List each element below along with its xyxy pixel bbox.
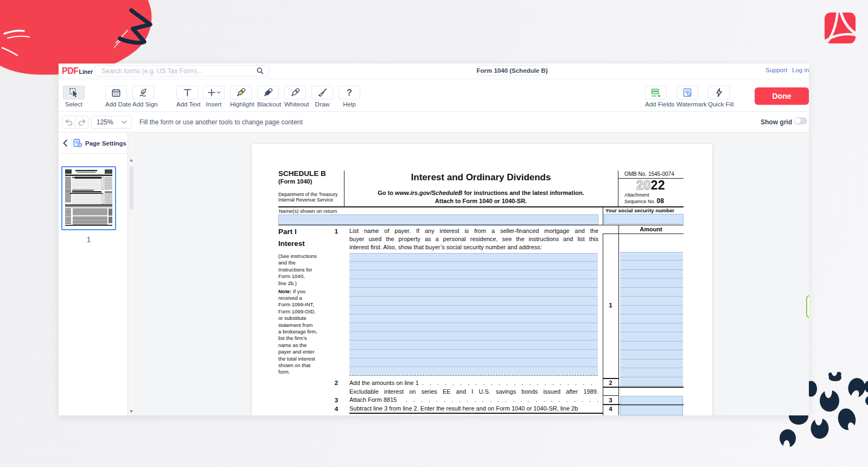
quick-fill-button[interactable]: Quick Fill: [708, 86, 730, 108]
payer-row-field[interactable]: [349, 367, 598, 376]
blackout-button[interactable]: Blackout: [257, 86, 279, 108]
amount-row-field[interactable]: [620, 350, 683, 359]
chevron-left-icon: [63, 140, 67, 147]
form-line2-text: Add the amounts on line 1. . . . . . . .…: [349, 380, 598, 386]
line4-amount-field[interactable]: [620, 405, 683, 415]
form-schedule-title: SCHEDULE B: [278, 169, 326, 178]
search-form: [95, 65, 269, 77]
select-tool-button[interactable]: Select: [63, 86, 85, 108]
payer-row-field[interactable]: [349, 296, 598, 305]
line3-amount-field[interactable]: [620, 396, 683, 405]
help-button[interactable]: ? Help: [339, 86, 360, 108]
payer-row-field[interactable]: [349, 306, 598, 314]
payer-name-fields[interactable]: [349, 253, 598, 376]
collapse-sidebar-button[interactable]: [59, 132, 72, 154]
amount-row-field[interactable]: [620, 252, 683, 261]
login-link[interactable]: Log in: [792, 67, 809, 73]
form-dept-text: Department of the Treasury: [278, 192, 338, 197]
support-link[interactable]: Support: [765, 67, 787, 73]
toolbar: Select Add Date: [59, 79, 809, 112]
payer-row-field[interactable]: [349, 314, 598, 323]
app-header: PDF Liner Form 1040 (Schedule B) Support…: [59, 64, 809, 79]
amount-row-field[interactable]: [620, 324, 683, 333]
add-date-button[interactable]: Add Date: [105, 86, 127, 108]
payer-row-field[interactable]: [349, 358, 598, 367]
payer-row-field[interactable]: [349, 340, 598, 349]
amount-row-field[interactable]: [620, 270, 683, 279]
add-fields-button[interactable]: Add Fields: [645, 86, 667, 108]
form-sequence-text: Sequence No. 08: [624, 197, 664, 205]
side-widget-cut[interactable]: [806, 295, 809, 318]
page-settings-icon: [73, 138, 82, 148]
scrollbar-thumb[interactable]: [130, 166, 133, 210]
logo-liner-text: Liner: [79, 68, 93, 75]
search-icon[interactable]: [257, 67, 264, 74]
amount-row-field[interactable]: [620, 377, 683, 387]
undo-icon: [65, 119, 73, 125]
amount-row-field[interactable]: [620, 279, 683, 288]
sidebar-scrollbar[interactable]: [127, 132, 135, 415]
document-title-chip[interactable]: Form 1040 (Schedule B): [477, 65, 547, 76]
watermark-button[interactable]: Watermark: [676, 86, 698, 108]
amount-row-field[interactable]: [620, 261, 683, 270]
payer-row-field[interactable]: [349, 288, 598, 296]
scroll-up-icon[interactable]: [129, 158, 133, 162]
watermark-label: Watermark: [676, 101, 698, 108]
page-thumbnail[interactable]: [61, 166, 116, 230]
draw-label: Draw: [311, 101, 333, 108]
editor-content: Page Settings 1: [59, 132, 809, 415]
search-input[interactable]: [95, 67, 257, 75]
form-line2-number: 2: [330, 380, 342, 386]
payer-row-field[interactable]: [349, 332, 598, 340]
done-button[interactable]: Done: [755, 87, 809, 105]
page-settings-row: Page Settings: [59, 132, 127, 154]
zoom-level-select[interactable]: 125%: [91, 116, 132, 129]
form-rule: [603, 378, 619, 379]
add-fields-label: Add Fields: [645, 101, 667, 108]
show-grid-toggle[interactable]: [794, 117, 807, 124]
redo-button[interactable]: [75, 116, 88, 129]
insert-label: Insert: [203, 101, 225, 108]
add-text-button[interactable]: Add Text: [176, 86, 198, 108]
whiteout-button[interactable]: Whiteout: [284, 86, 306, 108]
ssn-input-field[interactable]: [604, 214, 684, 225]
amount-row-field[interactable]: [620, 359, 683, 369]
amount-row-field[interactable]: [620, 306, 683, 315]
undo-button[interactable]: [62, 116, 75, 129]
amount-row-field[interactable]: [620, 296, 683, 306]
amount-row-field[interactable]: [620, 368, 683, 377]
blackout-brush-icon: [264, 88, 273, 97]
add-sign-label: Add Sign: [132, 101, 154, 108]
payer-row-field[interactable]: [349, 323, 598, 332]
watermark-icon: [683, 88, 692, 97]
question-mark-icon: ?: [339, 86, 360, 99]
highlight-button[interactable]: Highlight: [230, 86, 252, 108]
form-line3-number: 3: [330, 397, 342, 403]
add-sign-button[interactable]: Add Sign: [132, 86, 154, 108]
payer-row-field[interactable]: [349, 253, 598, 262]
payer-row-field[interactable]: [349, 350, 598, 358]
payer-row-field[interactable]: [349, 262, 598, 270]
amount-row-field[interactable]: [620, 342, 683, 351]
page-settings-button[interactable]: Page Settings: [72, 132, 127, 154]
pdfliner-logo[interactable]: PDF Liner: [62, 66, 93, 76]
calendar-icon: [112, 89, 120, 97]
scroll-down-icon[interactable]: [129, 409, 133, 414]
amount-row-field[interactable]: [620, 314, 683, 324]
form-line3-text1: Excludable interest on series EE and I U…: [349, 388, 598, 395]
amount-fields[interactable]: [620, 252, 683, 387]
form-line1-text: List name of payer. If any interest is f…: [349, 228, 598, 253]
payer-row-field[interactable]: [349, 279, 598, 288]
payer-row-field[interactable]: [349, 270, 598, 279]
insert-button[interactable]: Insert: [203, 86, 225, 108]
name-input-field[interactable]: [278, 214, 598, 225]
amount-row-field[interactable]: [620, 332, 683, 342]
editor-hint-text: Fill the form or use another tools to ch…: [139, 118, 303, 126]
draw-button[interactable]: Draw: [311, 86, 333, 108]
form-line1-number: 1: [330, 228, 342, 235]
amount-row-field[interactable]: [620, 288, 683, 297]
pdf-app-icon: [825, 12, 856, 43]
page-thumbnail-number: 1: [59, 235, 119, 244]
form-attach-line: Attach to Form 1040 or 1040-SR.: [344, 198, 618, 204]
form-box1-number: 1: [603, 302, 618, 308]
